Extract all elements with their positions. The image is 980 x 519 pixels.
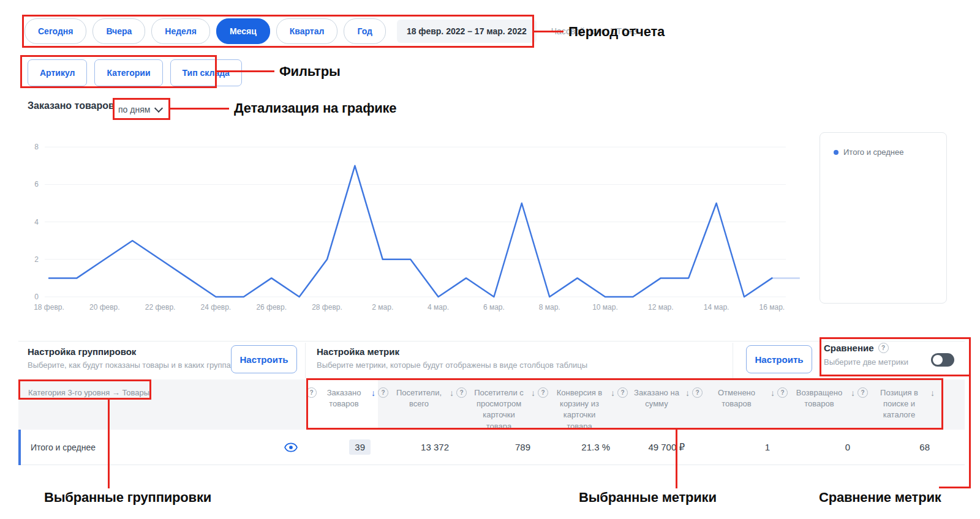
annotation-label-filters: Фильтры xyxy=(279,64,340,80)
sort-desc-icon[interactable]: ↓ xyxy=(531,387,535,400)
annotation-line-detail xyxy=(170,108,229,110)
cell-visitors-total: 13 372 xyxy=(378,442,456,452)
groupings-panel-title: Настройка группировок xyxy=(28,346,136,357)
chart-title: Заказано товаров xyxy=(28,100,115,111)
column-header-cancelled-items[interactable]: ? Отменено товаров ↓ xyxy=(692,379,777,430)
sort-desc-icon[interactable]: ↓ xyxy=(851,387,855,400)
groupings-panel-subtitle: Выберите, как будут показаны товары и в … xyxy=(28,360,235,370)
metrics-panel-title: Настройка метрик xyxy=(317,346,399,357)
annotation-label-detail: Детализация на графике xyxy=(234,100,396,116)
svg-text:4 мар.: 4 мар. xyxy=(428,303,449,312)
metrics-panel-subtitle: Выберите метрики, которые будут отображе… xyxy=(317,360,587,370)
help-icon[interactable]: ? xyxy=(538,387,548,398)
sort-desc-icon[interactable]: ↓ xyxy=(930,387,935,400)
svg-text:2: 2 xyxy=(34,255,39,264)
period-button-week[interactable]: Неделя xyxy=(151,18,210,44)
svg-text:14 мар.: 14 мар. xyxy=(704,303,729,312)
grouping-column-header[interactable]: Категория 3-го уровня → Товары xyxy=(18,379,306,430)
table-header-row: Категория 3-го уровня → Товары ? Заказан… xyxy=(18,379,965,430)
column-header-ordered-amount[interactable]: ? Заказано на сумму ↓ xyxy=(617,379,692,430)
analytics-dashboard: Сегодня Вчера Неделя Месяц Квартал Год 1… xyxy=(0,0,980,519)
toggle-knob xyxy=(933,355,943,365)
cell-ordered-amount: 49 700 ₽ xyxy=(617,442,692,453)
svg-text:6: 6 xyxy=(34,180,39,189)
svg-text:28 февр.: 28 февр. xyxy=(312,303,342,312)
svg-text:12 мар.: 12 мар. xyxy=(648,303,674,312)
svg-text:8 мар.: 8 мар. xyxy=(539,303,560,312)
help-icon[interactable]: ? xyxy=(306,387,317,398)
comparison-toggle[interactable] xyxy=(931,353,954,367)
period-button-month[interactable]: Месяц xyxy=(216,18,270,44)
column-header-ordered-items[interactable]: ? Заказано товаров ↓ xyxy=(306,379,378,430)
cell-visitors-card-view: 789 xyxy=(456,442,538,452)
svg-text:6 мар.: 6 мар. xyxy=(483,303,505,312)
svg-text:16 мар.: 16 мар. xyxy=(760,303,785,312)
svg-text:24 февр.: 24 февр. xyxy=(201,303,232,312)
period-button-year[interactable]: Год xyxy=(344,18,386,44)
svg-text:26 февр.: 26 февр. xyxy=(256,303,287,312)
annotation-label-comparison: Сравнение метрик xyxy=(819,490,941,506)
svg-text:4: 4 xyxy=(34,218,39,226)
help-icon[interactable]: ? xyxy=(692,387,703,398)
help-icon[interactable]: ? xyxy=(858,387,868,398)
svg-text:18 февр.: 18 февр. xyxy=(34,303,64,312)
cell-search-position: 68 xyxy=(858,442,937,452)
annotation-label-groupings: Выбранные группировки xyxy=(44,490,211,506)
column-header-returned-items[interactable]: ? Возвращено товаров ↓ xyxy=(777,379,858,430)
svg-text:10 мар.: 10 мар. xyxy=(592,303,618,312)
period-bar: Сегодня Вчера Неделя Месяц Квартал Год 1… xyxy=(24,18,638,44)
svg-text:8: 8 xyxy=(34,143,39,151)
help-icon[interactable]: ? xyxy=(777,387,788,398)
filter-button-warehouse-type[interactable]: Тип склада xyxy=(170,59,242,86)
svg-text:20 февр.: 20 февр. xyxy=(89,303,120,312)
sort-desc-icon[interactable]: ↓ xyxy=(371,387,375,400)
svg-text:0: 0 xyxy=(34,293,39,301)
cell-returned-items: 0 xyxy=(777,442,858,452)
cell-cancelled-items: 1 xyxy=(692,442,777,452)
period-button-quarter[interactable]: Квартал xyxy=(276,18,338,44)
column-header-cart-conversion[interactable]: ? Конверсия в корзину из карточки товара… xyxy=(538,379,617,430)
sort-desc-icon[interactable]: ↓ xyxy=(771,387,775,400)
column-header-visitors-total[interactable]: ? Посетители, всего ↓ xyxy=(378,379,456,430)
divider xyxy=(18,341,965,342)
date-range-picker[interactable]: 18 февр. 2022 – 17 мар. 2022 xyxy=(397,20,537,43)
help-icon[interactable]: ? xyxy=(378,387,388,398)
column-header-visitors-card-view[interactable]: ? Посетители с просмотром карточки товар… xyxy=(456,379,538,430)
column-header-search-position[interactable]: ? Позиция в поиске и каталоге ↓ xyxy=(858,379,937,430)
eye-icon[interactable] xyxy=(284,442,298,452)
filters-bar: Артикул Категории Тип склада xyxy=(28,59,242,86)
annotation-line-comparison-vertical xyxy=(969,375,971,488)
divider xyxy=(305,343,306,378)
filter-button-sku[interactable]: Артикул xyxy=(28,59,87,86)
sort-desc-icon[interactable]: ↓ xyxy=(611,387,615,400)
chart-detail-dropdown[interactable]: по дням xyxy=(118,102,165,118)
row-accent-bar xyxy=(18,430,21,465)
configure-metrics-button[interactable]: Настроить xyxy=(746,345,812,373)
period-button-yesterday[interactable]: Вчера xyxy=(92,18,145,44)
divider xyxy=(733,343,733,378)
annotation-label-period: Период отчета xyxy=(568,24,665,40)
table-row-total: Итого и среднее 39 13 372 789 21.3 % 49 … xyxy=(18,430,965,465)
legend-dot-icon xyxy=(834,150,839,155)
svg-text:2 мар.: 2 мар. xyxy=(372,303,393,312)
legend-label: Итого и среднее xyxy=(843,147,903,157)
filter-button-categories[interactable]: Категории xyxy=(94,59,162,86)
comparison-title: Сравнение xyxy=(824,343,874,353)
period-button-today[interactable]: Сегодня xyxy=(24,18,86,44)
annotation-label-metrics: Выбранные метрики xyxy=(579,490,717,506)
comparison-title-row: Сравнение ? xyxy=(824,343,889,353)
annotation-line-comparison-elbow xyxy=(939,487,971,488)
cell-cart-conversion: 21.3 % xyxy=(538,442,617,452)
legend-item-total[interactable]: Итого и среднее xyxy=(834,147,946,157)
help-icon[interactable]: ? xyxy=(617,387,628,398)
sort-desc-icon[interactable]: ↓ xyxy=(685,387,690,400)
sort-desc-icon[interactable]: ↓ xyxy=(450,387,454,400)
orders-line-chart: 0246818 февр.20 февр.22 февр.24 февр.26 … xyxy=(21,130,809,313)
cell-ordered-items: 39 xyxy=(306,439,378,455)
chart-detail-value: по дням xyxy=(118,105,150,114)
row-name: Итого и среднее xyxy=(31,442,96,452)
help-icon[interactable]: ? xyxy=(456,387,467,398)
configure-groupings-button[interactable]: Настроить xyxy=(231,345,297,373)
chevron-down-icon xyxy=(154,104,163,113)
help-icon[interactable]: ? xyxy=(878,343,889,353)
